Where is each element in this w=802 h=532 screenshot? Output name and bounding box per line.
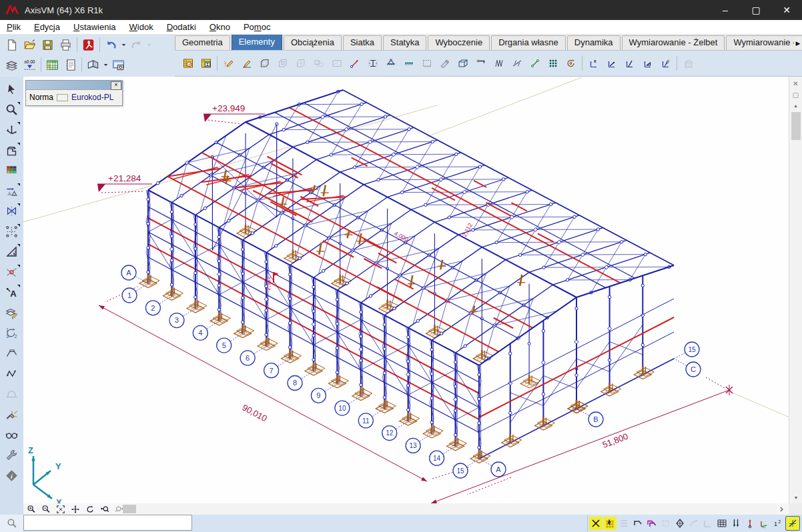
layers-icon[interactable] <box>3 56 21 73</box>
perpendicular-snap-icon[interactable] <box>589 517 603 530</box>
edit-mode-icon[interactable] <box>785 516 800 531</box>
grid-snap-icon[interactable] <box>603 517 617 530</box>
pdf-export-icon[interactable] <box>79 36 97 53</box>
parts-icon[interactable] <box>3 142 21 159</box>
scroll-right-icon[interactable] <box>777 504 786 514</box>
drawing-editor-icon[interactable] <box>238 55 256 72</box>
horizontal-scrollbar-thumb[interactable] <box>123 505 136 513</box>
tab-statyka[interactable]: Statyka <box>383 35 426 50</box>
minimize-button[interactable]: – <box>710 0 741 20</box>
tab-wyboczenie[interactable]: Wyboczenie <box>428 35 490 50</box>
line-support-icon[interactable] <box>400 55 418 72</box>
node-rotation-icon[interactable] <box>562 55 580 72</box>
report-maker-icon[interactable] <box>61 56 79 73</box>
section-line-icon[interactable] <box>631 517 645 530</box>
menu-plik[interactable]: Plik <box>0 20 27 35</box>
mdi-restore-icon[interactable]: ▢ <box>791 90 801 99</box>
print-icon[interactable] <box>57 36 75 53</box>
mirror-icon[interactable] <box>3 203 21 219</box>
ramp-icon[interactable] <box>436 55 454 72</box>
line-elements-icon[interactable] <box>346 55 364 72</box>
pan-icon[interactable] <box>68 504 83 514</box>
section-group-icon[interactable] <box>645 517 659 530</box>
info-icon[interactable]: i <box>3 467 21 484</box>
layer-manager-icon[interactable] <box>3 305 21 321</box>
display-options-icon[interactable] <box>3 427 21 443</box>
menu-dodatki[interactable]: Dodatki <box>160 20 203 35</box>
undo-icon[interactable] <box>102 36 120 53</box>
settings-icon[interactable] <box>3 447 21 463</box>
zoom-to-fit-icon[interactable] <box>53 504 68 514</box>
grid-display-icon[interactable] <box>715 517 729 530</box>
save-file-icon[interactable] <box>39 36 57 53</box>
dropdown-caret-icon[interactable] <box>120 36 127 53</box>
tab-dynamika[interactable]: Dynamika <box>567 35 621 50</box>
mesh-generation-icon[interactable] <box>544 55 562 72</box>
previous-view-icon[interactable] <box>97 504 112 514</box>
horizontal-scrollbar-track[interactable] <box>136 503 777 515</box>
support-display-icon[interactable] <box>743 517 757 530</box>
scroll-up-icon[interactable]: ▲ <box>791 101 801 111</box>
dropdown-caret-icon[interactable] <box>102 56 109 73</box>
section-segment-icon[interactable] <box>3 345 21 362</box>
tables-icon[interactable] <box>43 56 61 73</box>
intersect-icon[interactable] <box>3 264 21 281</box>
path-polyline-icon[interactable] <box>3 365 21 382</box>
vertical-scrollbar-thumb[interactable] <box>791 112 801 140</box>
menu-ustawienia[interactable]: Ustawienia <box>67 20 123 35</box>
norma-value[interactable]: Eurokod-PL <box>71 93 113 102</box>
renumber-icon[interactable]: 123 <box>3 325 21 341</box>
array-copy-icon[interactable] <box>3 223 21 240</box>
command-input[interactable] <box>23 515 192 531</box>
model-canvas[interactable]: +23,949+21,28490,01051,8002,1124,0002,11… <box>23 77 789 503</box>
dof-incline-icon[interactable] <box>621 55 639 72</box>
tab-geometria[interactable]: Geometria <box>175 35 230 50</box>
rotate-view-icon[interactable] <box>83 504 97 514</box>
norma-title-bar[interactable]: × <box>26 81 122 90</box>
translate-icon[interactable] <box>3 183 21 199</box>
nodal-support-icon[interactable] <box>382 55 400 72</box>
menu-okno[interactable]: Okno <box>203 20 237 35</box>
load-display-icon[interactable] <box>729 517 743 530</box>
highlight-icon[interactable] <box>3 406 21 423</box>
domain-icon[interactable] <box>256 55 274 72</box>
tab-drgania-wlasne[interactable]: Drgania własne <box>491 35 566 50</box>
axes-display-icon[interactable] <box>757 517 771 530</box>
scroll-down-icon[interactable]: ▼ <box>791 493 801 503</box>
local-directions-icon[interactable] <box>673 517 687 530</box>
zoom-out-icon[interactable] <box>39 504 53 514</box>
dof-plane-icon[interactable] <box>639 55 657 72</box>
zoom-tools-icon[interactable] <box>3 101 21 118</box>
new-file-icon[interactable] <box>3 36 21 53</box>
edge-hinge-icon[interactable] <box>472 55 490 72</box>
dimension-text-icon[interactable]: A <box>3 284 21 301</box>
zoom-in-icon[interactable] <box>24 504 39 514</box>
save-to-library-icon[interactable] <box>109 56 127 73</box>
color-coding-icon[interactable] <box>3 162 21 179</box>
frame-element-icon[interactable] <box>454 55 472 72</box>
tab-siatka[interactable]: Siatka <box>343 35 382 50</box>
cross-section-icon[interactable] <box>197 55 215 72</box>
direct-drawing-icon[interactable] <box>220 55 238 72</box>
dof-x-icon[interactable]: x <box>584 55 603 72</box>
tab-overflow-icon[interactable]: ▶ <box>794 37 802 49</box>
command-search-cell[interactable] <box>0 515 23 532</box>
close-button[interactable]: ✕ <box>771 0 802 20</box>
gap-element-icon[interactable] <box>508 55 526 72</box>
norma-close-icon[interactable]: × <box>111 81 121 90</box>
tab-elementy[interactable]: Elementy <box>232 35 282 50</box>
maximize-button[interactable]: ▢ <box>741 0 771 20</box>
menu-edycja[interactable]: Edycja <box>27 20 67 35</box>
geometry-check-icon[interactable] <box>3 243 21 260</box>
drawing-library-icon[interactable] <box>84 56 102 73</box>
menu-pomoc[interactable]: Pomoc <box>237 20 277 35</box>
numbering-icon[interactable]: 12 <box>771 517 785 530</box>
material-properties-icon[interactable] <box>179 55 197 72</box>
view-direction-icon[interactable] <box>3 121 21 138</box>
dof-beta-icon[interactable]: β <box>657 55 675 72</box>
surface-support-icon[interactable] <box>418 55 436 72</box>
spring-element-icon[interactable] <box>490 55 508 72</box>
dropdown-caret-icon[interactable] <box>145 36 153 53</box>
tab-wymiarowanie-zelbet[interactable]: Wymiarowanie - Żelbet <box>622 35 725 50</box>
mdi-close-icon[interactable]: ✕ <box>791 79 801 88</box>
